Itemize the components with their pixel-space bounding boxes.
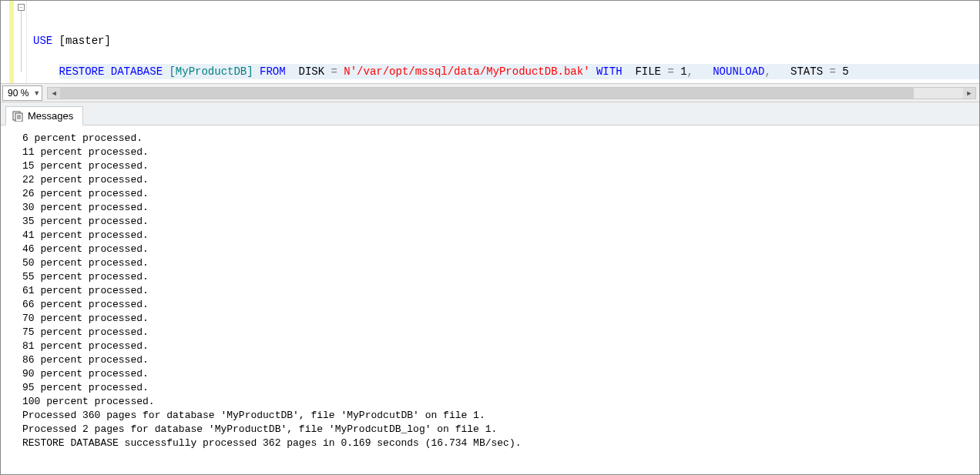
sql-text: FILE [623, 65, 668, 78]
scroll-left-icon[interactable]: ◄ [48, 88, 60, 99]
results-tab-strip: Messages [1, 102, 979, 125]
sql-identifier: [MyProductDB] [163, 65, 260, 78]
sql-keyword: NOUNLOAD [693, 65, 764, 78]
messages-panel[interactable]: 6 percent processed.11 percent processed… [1, 125, 979, 474]
scroll-right-icon[interactable]: ► [963, 88, 975, 99]
fold-toggle-icon[interactable]: − [18, 4, 25, 11]
sql-operator: , [687, 65, 693, 78]
messages-icon [12, 111, 23, 122]
sql-text: STATS [771, 65, 830, 78]
message-line: 86 percent processed. [22, 353, 979, 367]
scroll-thumb[interactable] [60, 88, 913, 99]
message-line: 41 percent processed. [22, 229, 979, 243]
fold-guide [21, 11, 22, 72]
sql-keyword: USE [33, 35, 52, 47]
sql-identifier: [master] [52, 35, 111, 47]
message-line: 66 percent processed. [22, 298, 979, 312]
tab-label: Messages [28, 110, 73, 122]
message-line: 46 percent processed. [22, 243, 979, 256]
zoom-select[interactable]: 90 % ▼ [2, 85, 42, 101]
sql-text: DISK [286, 65, 331, 78]
message-line: 75 percent processed. [22, 326, 979, 340]
message-line: 50 percent processed. [22, 256, 979, 270]
tab-messages[interactable]: Messages [5, 106, 83, 125]
message-line: RESTORE DATABASE successfully processed … [22, 437, 979, 450]
message-line: 6 percent processed. [22, 132, 979, 146]
editor-status-bar: 90 % ▼ ◄ ► [1, 84, 979, 102]
sql-string: N'/var/opt/mssql/data/MyProductDB.bak' [344, 65, 589, 78]
message-line: 61 percent processed. [22, 284, 979, 298]
message-line: 100 percent processed. [22, 395, 979, 409]
code-line[interactable]: USE [master] [33, 33, 979, 49]
change-indicator [9, 1, 14, 83]
sql-keyword: FROM [260, 65, 286, 78]
sql-operator: = [829, 65, 842, 78]
code-line-current[interactable]: RESTORE DATABASE [MyProductDB] FROM DISK… [59, 64, 979, 79]
sql-operator: = [331, 65, 344, 78]
chevron-down-icon: ▼ [33, 89, 40, 97]
message-line: Processed 360 pages for database 'MyProd… [22, 409, 979, 423]
horizontal-scrollbar[interactable]: ◄ ► [47, 87, 976, 99]
sql-editor[interactable]: − USE [master] RESTORE DATABASE [MyProdu… [1, 1, 979, 84]
message-line: 22 percent processed. [22, 173, 979, 187]
code-body[interactable]: USE [master] RESTORE DATABASE [MyProduct… [27, 1, 979, 83]
message-line: 55 percent processed. [22, 270, 979, 284]
message-line: Processed 2 pages for database 'MyProduc… [22, 423, 979, 437]
sql-operator: , [764, 65, 770, 78]
sql-keyword: WITH [590, 65, 623, 78]
sql-number: 5 [842, 65, 848, 78]
sql-operator: = [667, 65, 680, 78]
message-line: 35 percent processed. [22, 215, 979, 229]
message-line: 11 percent processed. [22, 146, 979, 159]
message-line: 90 percent processed. [22, 367, 979, 381]
message-line: 30 percent processed. [22, 201, 979, 215]
message-line: 95 percent processed. [22, 381, 979, 395]
message-line: 70 percent processed. [22, 312, 979, 326]
message-line: 26 percent processed. [22, 187, 979, 201]
sql-keyword: RESTORE DATABASE [59, 65, 163, 78]
message-line: 15 percent processed. [22, 159, 979, 173]
editor-gutter: − [1, 1, 27, 83]
sql-number: 1 [680, 65, 686, 78]
message-line: 81 percent processed. [22, 340, 979, 353]
zoom-value: 90 % [8, 88, 29, 99]
